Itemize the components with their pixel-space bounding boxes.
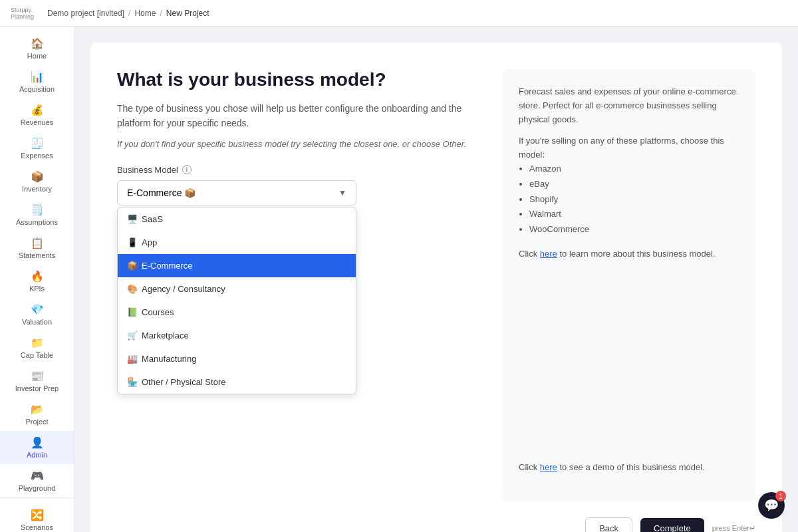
logo-name: Sturppy bbox=[11, 7, 34, 13]
card-body: What is your business model? The type of… bbox=[117, 69, 755, 501]
chat-bubble[interactable]: 💬 1 bbox=[758, 492, 785, 519]
home-icon: 🏠 bbox=[31, 37, 44, 50]
sidebar-label-home: Home bbox=[27, 52, 47, 60]
courses-emoji: 📗 bbox=[127, 307, 138, 317]
page-subtitle: The type of business you chose will help… bbox=[117, 101, 476, 131]
assumptions-icon: 🗒️ bbox=[31, 203, 44, 216]
dropdown-option-manufacturing[interactable]: 🏭Manufacturing bbox=[118, 347, 356, 370]
platform-item: Amazon bbox=[529, 162, 739, 176]
complete-button[interactable]: Complete bbox=[640, 518, 704, 532]
playground-icon: 🎮 bbox=[31, 469, 44, 482]
business-model-dropdown: 🖥️SaaS📱App📦E-Commerce🎨Agency / Consultan… bbox=[117, 207, 356, 394]
sidebar-item-investor-prep[interactable]: 📰Investor Prep bbox=[0, 364, 74, 398]
sidebar-label-revenues: Revenues bbox=[21, 118, 54, 126]
sidebar-item-acquisition[interactable]: 📊Acquisition bbox=[0, 65, 74, 98]
right-description: Forecast sales and expenses of your onli… bbox=[519, 85, 739, 126]
business-model-card: What is your business model? The type of… bbox=[90, 43, 782, 532]
scenarios-icon: 🔀 bbox=[31, 509, 44, 521]
breadcrumb: Demo project [invited] / Home / New Proj… bbox=[47, 9, 209, 18]
expenses-icon: 🧾 bbox=[31, 137, 44, 150]
sidebar-label-inventory: Inventory bbox=[22, 185, 52, 193]
business-model-label: Business Model ℹ bbox=[117, 165, 476, 175]
dropdown-option-saas[interactable]: 🖥️SaaS bbox=[118, 207, 356, 231]
sidebar-item-playground[interactable]: 🎮Playground bbox=[0, 464, 74, 497]
breadcrumb-project[interactable]: Demo project [invited] bbox=[47, 9, 124, 18]
manufacturing-label: Manufacturing bbox=[142, 354, 196, 364]
sidebar-label-kpis: KPIs bbox=[29, 285, 45, 293]
inventory-icon: 📦 bbox=[31, 170, 44, 183]
dropdown-option-ecommerce[interactable]: 📦E-Commerce bbox=[118, 254, 356, 277]
page-note: If you don't find your specific business… bbox=[117, 139, 476, 149]
saas-emoji: 🖥️ bbox=[127, 214, 138, 224]
sidebar-bottom: 🔀Scenarios📺Live Mode⚙️Settings bbox=[0, 497, 74, 532]
card-footer: Back Complete press Enter↵ bbox=[117, 501, 755, 532]
platform-item: eBay bbox=[529, 178, 739, 192]
sidebar-label-project: Project bbox=[25, 418, 48, 426]
marketplace-emoji: 🛒 bbox=[127, 331, 138, 340]
info-icon[interactable]: ℹ bbox=[182, 165, 192, 174]
app-emoji: 📱 bbox=[127, 237, 138, 247]
agency-label: Agency / Consultancy bbox=[142, 284, 225, 294]
admin-icon: 👤 bbox=[31, 436, 44, 449]
platform-item: WooCommerce bbox=[529, 223, 739, 237]
marketplace-label: Marketplace bbox=[142, 331, 189, 340]
sidebar-item-home[interactable]: 🏠Home bbox=[0, 32, 74, 65]
topbar: Sturppy Planning Demo project [invited] … bbox=[0, 0, 798, 27]
project-icon: 📂 bbox=[31, 403, 44, 416]
page-title: What is your business model? bbox=[117, 69, 476, 90]
agency-emoji: 🎨 bbox=[127, 284, 138, 294]
sidebar-item-assumptions[interactable]: 🗒️Assumptions bbox=[0, 198, 74, 231]
acquisition-icon: 📊 bbox=[31, 70, 44, 83]
valuation-icon: 💎 bbox=[31, 303, 44, 316]
main-content: What is your business model? The type of… bbox=[74, 27, 798, 532]
right-demo: Click here to see a demo of this busines… bbox=[519, 461, 739, 475]
logo-sub: Planning bbox=[11, 13, 34, 20]
learn-more-link[interactable]: here bbox=[540, 249, 557, 259]
sidebar-item-admin[interactable]: 👤Admin bbox=[0, 431, 74, 464]
logo: Sturppy Planning bbox=[11, 7, 34, 20]
sidebar-label-expenses: Expenses bbox=[21, 152, 53, 160]
business-model-select[interactable]: E-Commerce 📦 ▼ bbox=[117, 180, 356, 205]
courses-label: Courses bbox=[142, 307, 174, 317]
sidebar-label-valuation: Valuation bbox=[22, 318, 52, 326]
sidebar-item-revenues[interactable]: 💰Revenues bbox=[0, 98, 74, 132]
breadcrumb-home[interactable]: Home bbox=[134, 9, 156, 18]
dropdown-option-courses[interactable]: 📗Courses bbox=[118, 301, 356, 324]
dropdown-option-agency[interactable]: 🎨Agency / Consultancy bbox=[118, 277, 356, 301]
sidebar-label-investor-prep: Investor Prep bbox=[15, 384, 59, 392]
dropdown-option-marketplace[interactable]: 🛒Marketplace bbox=[118, 324, 356, 347]
chevron-down-icon: ▼ bbox=[338, 188, 346, 198]
sidebar-label-admin: Admin bbox=[27, 451, 47, 459]
sidebar-label-statements: Statements bbox=[19, 251, 56, 259]
card-left: What is your business model? The type of… bbox=[117, 69, 476, 501]
sidebar-item-inventory[interactable]: 📦Inventory bbox=[0, 165, 74, 198]
other-label: Other / Physical Store bbox=[142, 377, 225, 387]
enter-hint: press Enter↵ bbox=[712, 524, 755, 532]
chat-icon: 💬 bbox=[764, 498, 779, 513]
sidebar: 🏠Home📊Acquisition💰Revenues🧾Expenses📦Inve… bbox=[0, 27, 74, 532]
demo-link[interactable]: here bbox=[540, 462, 557, 472]
cap-table-icon: 📁 bbox=[31, 336, 44, 349]
sidebar-item-expenses[interactable]: 🧾Expenses bbox=[0, 132, 74, 165]
right-learn-more: Click here to learn more about this busi… bbox=[519, 247, 739, 261]
app-label: App bbox=[142, 237, 157, 247]
ecommerce-emoji: 📦 bbox=[127, 261, 138, 271]
dropdown-option-other[interactable]: 🏪Other / Physical Store bbox=[118, 370, 356, 394]
back-button[interactable]: Back bbox=[585, 517, 632, 532]
ecommerce-label: E-Commerce bbox=[142, 261, 193, 271]
right-platforms: If you're selling on any of these platfo… bbox=[519, 134, 739, 237]
saas-label: SaaS bbox=[142, 214, 163, 224]
sidebar-label-acquisition: Acquisition bbox=[19, 85, 55, 93]
statements-icon: 📋 bbox=[31, 237, 44, 249]
sidebar-item-project[interactable]: 📂Project bbox=[0, 398, 74, 431]
dropdown-option-app[interactable]: 📱App bbox=[118, 231, 356, 254]
sidebar-label-scenarios: Scenarios bbox=[21, 523, 53, 531]
sidebar-item-cap-table[interactable]: 📁Cap Table bbox=[0, 331, 74, 364]
sidebar-item-statements[interactable]: 📋Statements bbox=[0, 231, 74, 265]
card-right: Forecast sales and expenses of your onli… bbox=[503, 69, 755, 501]
platform-item: Walmart bbox=[529, 207, 739, 221]
sidebar-item-valuation[interactable]: 💎Valuation bbox=[0, 298, 74, 331]
sidebar-label-playground: Playground bbox=[19, 484, 56, 492]
sidebar-item-kpis[interactable]: 🔥KPIs bbox=[0, 265, 74, 298]
sidebar-item-scenarios[interactable]: 🔀Scenarios bbox=[0, 503, 74, 532]
